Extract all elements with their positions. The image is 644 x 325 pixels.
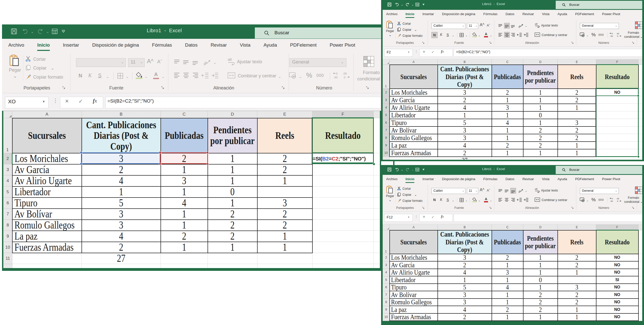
svg-text:0: 0 — [617, 200, 618, 202]
svg-text:0: 0 — [612, 32, 613, 35]
svg-text:0: 0 — [617, 35, 618, 37]
svg-text:ab: ab — [535, 187, 538, 190]
svg-text:0: 0 — [336, 72, 337, 75]
svg-text:.00: .00 — [610, 35, 613, 37]
svg-text:.00: .00 — [616, 32, 619, 35]
svg-text:.00: .00 — [616, 198, 619, 200]
svg-text:.00: .00 — [610, 200, 613, 202]
svg-text:.00: .00 — [334, 76, 338, 79]
svg-text:0: 0 — [344, 76, 345, 79]
svg-text:ab: ab — [535, 22, 538, 25]
svg-text:ab: ab — [228, 57, 232, 61]
svg-text:0: 0 — [612, 198, 613, 200]
svg-text:.00: .00 — [343, 72, 347, 75]
